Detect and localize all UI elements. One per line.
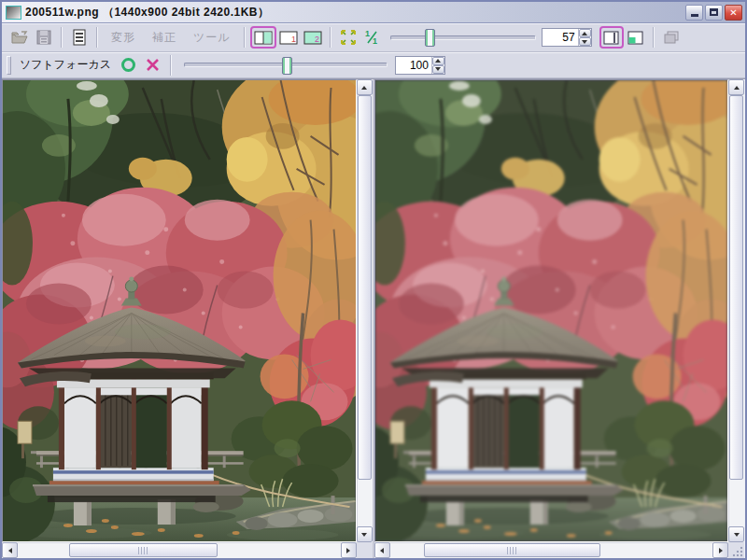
vertical-scroll-thumb[interactable]: [358, 95, 372, 480]
cascade-windows-icon: [663, 30, 680, 45]
title-bar[interactable]: 200511w.png （1440x900 24bit 2420.1KB） ✕: [2, 2, 745, 23]
minimize-button[interactable]: [685, 5, 703, 21]
preview-image-viewport[interactable]: [374, 79, 729, 542]
view-2-icon: 2: [303, 31, 322, 45]
new-view-button[interactable]: [624, 26, 648, 49]
zoom-slider[interactable]: [390, 28, 536, 47]
original-photo[interactable]: [3, 80, 356, 541]
actual-size-button[interactable]: 1 1: [360, 26, 385, 49]
strength-spin-down-button[interactable]: [432, 65, 444, 74]
page-layout-button[interactable]: [67, 26, 92, 49]
maximize-button[interactable]: [705, 5, 723, 21]
cascade-windows-button[interactable]: [659, 26, 684, 49]
open-button[interactable]: [7, 26, 32, 49]
scroll-left-button[interactable]: [374, 542, 390, 558]
strength-spin-up-button[interactable]: [432, 57, 444, 65]
arrow-down-icon: [361, 533, 367, 537]
minimize-icon: [691, 14, 698, 17]
open-folder-icon: [10, 29, 29, 46]
original-image-panel: [2, 79, 374, 558]
resize-grip-icon[interactable]: [731, 545, 743, 557]
close-button[interactable]: ✕: [725, 5, 742, 21]
maximize-icon: [710, 8, 718, 16]
preview-vertical-scrollbar[interactable]: [728, 79, 744, 542]
filter-name-label: ソフトフォーカス: [20, 57, 111, 73]
original-vertical-scrollbar[interactable]: [357, 79, 373, 542]
save-button[interactable]: [32, 26, 56, 49]
vertical-scroll-thumb[interactable]: [729, 95, 743, 480]
view-1-icon: 1: [279, 31, 298, 45]
menu-tools[interactable]: ツール: [185, 26, 239, 49]
save-floppy-icon: [35, 29, 52, 46]
strength-slider[interactable]: [184, 56, 388, 75]
zoom-spin-down-button[interactable]: [579, 37, 591, 46]
close-icon: ✕: [729, 7, 737, 18]
app-window: 200511w.png （1440x900 24bit 2420.1KB） ✕: [0, 0, 747, 560]
strength-slider-thumb[interactable]: [282, 57, 292, 75]
menu-correction[interactable]: 補正: [144, 26, 185, 49]
scroll-left-button[interactable]: [2, 542, 18, 558]
svg-text:1: 1: [291, 35, 296, 44]
svg-text:1: 1: [365, 29, 370, 38]
fit-to-window-icon: [340, 29, 357, 46]
zoom-slider-track[interactable]: [390, 35, 536, 40]
svg-text:1: 1: [373, 36, 377, 46]
scroll-up-button[interactable]: [728, 79, 744, 95]
arrow-up-icon: [361, 86, 367, 90]
toolbar-separator: [330, 27, 331, 48]
zoom-spinbox: [542, 28, 592, 47]
split-view-button[interactable]: [250, 26, 276, 49]
arrow-left-icon: [8, 548, 12, 553]
toolbar-separator: [244, 27, 246, 48]
filter-toolbar: ソフトフォーカス: [2, 52, 745, 78]
toolbar-separator: [170, 55, 172, 76]
fit-to-window-button[interactable]: [336, 26, 360, 49]
compare-area: [2, 78, 745, 558]
single-view-button[interactable]: 1: [276, 26, 301, 49]
spin-down-icon: [582, 40, 587, 44]
spin-down-icon: [435, 67, 441, 71]
zoom-spin-up-button[interactable]: [579, 29, 591, 37]
cancel-button[interactable]: [141, 54, 165, 77]
horizontal-scroll-thumb[interactable]: [69, 543, 218, 557]
svg-text:2: 2: [315, 35, 319, 44]
spin-up-icon: [435, 59, 441, 63]
scrollbar-corner: [357, 542, 373, 558]
zoom-slider-thumb[interactable]: [425, 29, 435, 47]
toolbar-grip[interactable]: [7, 56, 11, 75]
toolbar-separator: [61, 27, 63, 48]
arrow-right-icon: [346, 548, 350, 553]
preview-image-panel: [374, 79, 746, 558]
original-image-viewport[interactable]: [2, 79, 357, 542]
toolbar-separator: [96, 27, 98, 48]
cancel-x-icon: [145, 57, 161, 73]
main-toolbar: 変形 補正 ツール 1 2: [2, 23, 745, 52]
arrow-down-icon: [734, 533, 740, 537]
split-view-icon: [254, 31, 273, 45]
strength-value-input[interactable]: [396, 57, 431, 74]
arrow-right-icon: [719, 548, 723, 553]
arrow-left-icon: [380, 548, 384, 553]
arrow-up-icon: [734, 86, 740, 90]
horizontal-scroll-thumb[interactable]: [424, 543, 601, 557]
original-horizontal-scrollbar[interactable]: [2, 542, 357, 558]
apply-ok-button[interactable]: [117, 54, 141, 77]
scroll-right-button[interactable]: [712, 542, 728, 558]
strength-spinbox: [395, 56, 445, 75]
frame-select-button[interactable]: [599, 26, 624, 49]
soft-focus-photo[interactable]: [375, 80, 728, 541]
thumb-grip-icon: [507, 547, 518, 554]
scroll-down-button[interactable]: [728, 526, 744, 542]
toolbar-separator: [653, 27, 655, 48]
scroll-up-button[interactable]: [357, 79, 373, 95]
spin-up-icon: [582, 32, 587, 35]
menu-transform[interactable]: 変形: [103, 26, 144, 49]
zoom-value-input[interactable]: [543, 29, 578, 46]
scroll-right-button[interactable]: [341, 542, 357, 558]
frame-select-icon: [603, 31, 619, 45]
app-icon: [6, 6, 21, 20]
dual-view-button[interactable]: 2: [301, 26, 325, 49]
scroll-down-button[interactable]: [357, 526, 373, 542]
preview-horizontal-scrollbar[interactable]: [374, 542, 729, 558]
window-title: 200511w.png （1440x900 24bit 2420.1KB）: [25, 5, 685, 21]
